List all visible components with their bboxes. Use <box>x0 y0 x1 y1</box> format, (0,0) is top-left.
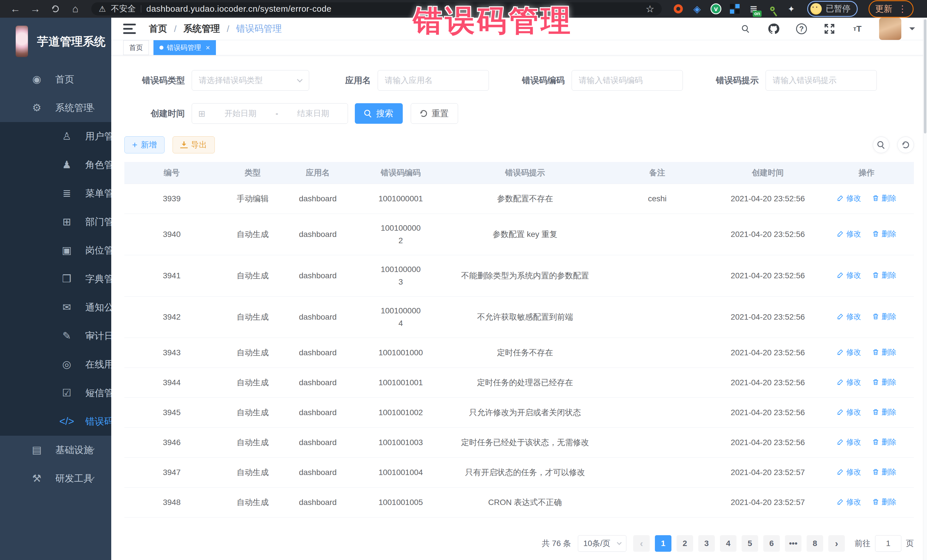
extensions-puzzle-icon[interactable]: ✦ <box>786 3 797 15</box>
cell-hint: 参数配置 key 重复 <box>452 214 598 255</box>
page-number-button[interactable]: 6 <box>763 535 780 552</box>
sidebar-item[interactable]: ◎ 在线用户 <box>0 350 111 379</box>
sidebar-item[interactable]: ≣ 菜单管理 <box>0 179 111 208</box>
browser-home-icon[interactable]: ⌂ <box>67 1 83 17</box>
cell-app: dashboard <box>286 214 349 255</box>
edit-link[interactable]: 修改 <box>837 376 861 389</box>
sidebar-item[interactable]: ◉ 首页 <box>0 65 111 94</box>
create-time-range-picker[interactable]: ⊞ 开始日期 - 结束日期 <box>191 103 348 124</box>
grid-extension-icon[interactable] <box>729 3 740 15</box>
sidebar-item-label: 研发工具 <box>55 472 93 485</box>
page-number-button[interactable]: ••• <box>785 535 801 552</box>
address-bar[interactable]: ⚠ 不安全 dashboard.yudao.iocoder.cn/system/… <box>91 2 662 15</box>
list-extension-icon[interactable]: ≣on <box>748 3 759 15</box>
browser-update-chip[interactable]: 更新 ⋮ <box>869 0 913 18</box>
breadcrumb-section[interactable]: 系统管理 <box>183 23 220 35</box>
export-button[interactable]: 导出 <box>173 136 215 153</box>
edit-link[interactable]: 修改 <box>837 310 861 323</box>
pin-extension-icon[interactable]: ◈ <box>691 3 703 15</box>
reset-button[interactable]: 重置 <box>411 103 458 124</box>
v-extension-icon[interactable]: v <box>710 3 722 15</box>
page-number-button[interactable]: 1 <box>655 535 672 552</box>
page-number-button[interactable]: 8 <box>807 535 823 552</box>
app-logo[interactable]: 芋道管理系统 <box>0 18 111 65</box>
page-number-button[interactable]: 4 <box>720 535 737 552</box>
profile-paused-chip[interactable]: 已暂停 <box>807 1 858 17</box>
window-scrollbar[interactable] <box>923 18 927 560</box>
sidebar-toggle-icon[interactable] <box>123 24 136 34</box>
sidebar-item[interactable]: ⚙ 系统管理 <box>0 94 111 122</box>
on-badge: on <box>753 11 761 17</box>
error-hint-input[interactable] <box>766 70 877 91</box>
app-name-input[interactable] <box>378 70 489 91</box>
delete-link[interactable]: 删除 <box>872 466 897 478</box>
help-icon[interactable]: ? <box>795 23 808 35</box>
font-size-icon[interactable]: тT <box>851 23 864 35</box>
error-code-input[interactable] <box>571 70 683 91</box>
sidebar-item[interactable]: ✎ 审计日志 <box>0 322 111 350</box>
delete-link[interactable]: 删除 <box>872 269 897 281</box>
download-icon <box>180 141 188 148</box>
edit-link[interactable]: 修改 <box>837 466 861 478</box>
avatar-caret-icon[interactable] <box>909 27 915 33</box>
delete-link[interactable]: 删除 <box>872 436 897 448</box>
bookmark-star-icon[interactable]: ☆ <box>646 3 654 15</box>
delete-link[interactable]: 删除 <box>872 310 897 323</box>
header-search-icon[interactable] <box>739 23 752 35</box>
edit-link[interactable]: 修改 <box>837 228 861 240</box>
browser-back-icon[interactable]: ← <box>8 1 23 17</box>
page-size-select[interactable]: 10条/页 <box>578 535 626 552</box>
browser-forward-icon[interactable]: → <box>27 1 43 17</box>
delete-link[interactable]: 删除 <box>872 406 897 418</box>
sidebar-item[interactable]: ▣ 岗位管理 <box>0 236 111 265</box>
edit-link[interactable]: 修改 <box>837 406 861 418</box>
user-avatar[interactable] <box>879 18 901 40</box>
github-icon[interactable] <box>767 23 780 35</box>
sidebar-item[interactable]: ❒ 字典管理 <box>0 265 111 293</box>
sidebar-item[interactable]: ▤ 基础设施 <box>0 436 111 464</box>
edit-link[interactable]: 修改 <box>837 269 861 281</box>
sidebar-item[interactable]: ✉ 通知公告 <box>0 293 111 322</box>
delete-link[interactable]: 删除 <box>872 228 897 240</box>
tab-close-icon[interactable]: × <box>206 44 210 51</box>
edit-link[interactable]: 修改 <box>837 496 861 508</box>
ubuntu-extension-icon[interactable] <box>673 3 684 15</box>
sidebar-item[interactable]: ♙ 用户管理 <box>0 122 111 150</box>
breadcrumb-current: 错误码管理 <box>236 23 282 35</box>
page-number-button[interactable]: 2 <box>676 535 693 552</box>
edit-link[interactable]: 修改 <box>837 436 861 448</box>
col-hint: 错误码提示 <box>452 162 598 184</box>
toggle-search-icon <box>877 141 885 149</box>
fullscreen-icon[interactable] <box>823 23 836 35</box>
prev-page-button[interactable]: ‹ <box>633 535 650 552</box>
delete-link[interactable]: 删除 <box>872 192 897 205</box>
delete-link[interactable]: 删除 <box>872 496 897 508</box>
error-type-select-input[interactable] <box>191 70 309 91</box>
next-page-button[interactable]: › <box>828 535 845 552</box>
browser-menu-kebab-icon[interactable]: ⋮ <box>898 6 907 12</box>
sidebar-item[interactable]: </> 错误码管理 <box>0 407 111 436</box>
browser-reload-icon[interactable] <box>47 1 63 17</box>
toggle-search-button[interactable] <box>873 137 889 153</box>
tab[interactable]: 错误码管理 × <box>153 40 216 55</box>
refresh-table-button[interactable] <box>897 137 914 153</box>
page-number-button[interactable]: 5 <box>742 535 758 552</box>
cell-actions: 修改 删除 <box>819 214 914 255</box>
edit-link[interactable]: 修改 <box>837 192 861 205</box>
page-number-button[interactable]: 3 <box>698 535 715 552</box>
scrollbar-thumb[interactable] <box>924 20 926 134</box>
sidebar-item[interactable]: ♟ 角色管理 <box>0 150 111 179</box>
search-button[interactable]: 搜索 <box>355 103 403 124</box>
delete-link[interactable]: 删除 <box>872 346 897 358</box>
sidebar-item[interactable]: ⊞ 部门管理 <box>0 208 111 236</box>
sidebar-item[interactable]: ⚒ 研发工具 <box>0 464 111 493</box>
key-extension-icon[interactable] <box>767 3 778 15</box>
breadcrumb-home[interactable]: 首页 <box>149 23 167 35</box>
goto-page-input[interactable] <box>875 535 901 552</box>
edit-link[interactable]: 修改 <box>837 346 861 358</box>
error-type-select[interactable] <box>191 70 309 91</box>
add-button[interactable]: + 新增 <box>125 136 164 153</box>
delete-link[interactable]: 删除 <box>872 376 897 389</box>
tab[interactable]: 首页 <box>123 40 149 55</box>
sidebar-item[interactable]: ☑ 短信管理 <box>0 379 111 407</box>
